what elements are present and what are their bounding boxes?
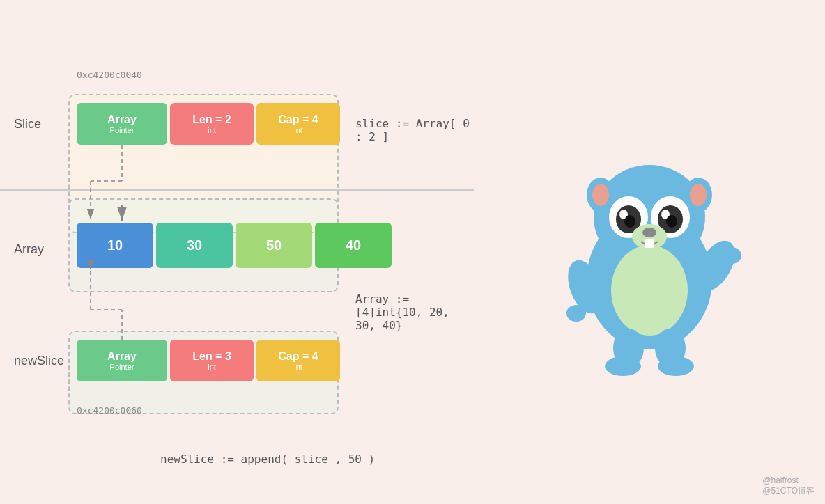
newslice-cap-box: Cap = 4 int (256, 340, 340, 381)
slice-row: Array Pointer Len = 2 int Cap = 4 int (77, 103, 340, 145)
svg-point-25 (611, 245, 688, 336)
code-slice: slice := Array[ 0 : 2 ] (355, 117, 474, 143)
svg-point-24 (642, 228, 656, 237)
slice-label: Slice (14, 117, 41, 132)
newslice-row: Array Pointer Len = 3 int Cap = 4 int (77, 340, 340, 381)
svg-point-28 (566, 305, 586, 322)
slice-len-box: Len = 2 int (170, 103, 254, 145)
svg-point-14 (690, 184, 707, 206)
svg-rect-34 (645, 239, 654, 248)
array-label: Array (14, 242, 44, 257)
svg-point-22 (666, 215, 677, 228)
array-row: 10 30 50 40 (77, 223, 392, 268)
diagram-section: 0xc4200c0040 Slice Array Pointer Len = 2… (0, 0, 474, 504)
array-val-40: 40 (315, 223, 392, 268)
array-val-50: 50 (236, 223, 312, 268)
svg-point-33 (658, 356, 694, 376)
svg-point-21 (624, 215, 635, 228)
watermark: @halfrost @51CTO博客 (762, 475, 815, 497)
slice-array-pointer-box: Array Pointer (77, 103, 167, 145)
code-newslice: newSlice := append( slice , 50 ) (160, 452, 375, 466)
address-top: 0xc4200c0040 (77, 70, 142, 80)
gopher-character (538, 120, 761, 384)
array-val-30: 30 (156, 223, 233, 268)
newslice-array-pointer-box: Array Pointer (77, 340, 167, 381)
address-bottom: 0xc4200c0060 (77, 405, 142, 416)
svg-point-29 (722, 247, 741, 264)
svg-point-32 (605, 356, 641, 376)
newslice-label: newSlice (14, 354, 64, 368)
code-array: Array := [4]int{10, 20, 30, 40} (355, 292, 474, 332)
array-val-10: 10 (77, 223, 153, 268)
main-container: 0xc4200c0040 Slice Array Pointer Len = 2… (0, 0, 825, 504)
svg-point-13 (592, 184, 609, 206)
newslice-len-box: Len = 3 int (170, 340, 254, 381)
slice-cap-box: Cap = 4 int (256, 103, 340, 145)
gopher-section (474, 0, 825, 504)
horizontal-divider (0, 189, 474, 191)
